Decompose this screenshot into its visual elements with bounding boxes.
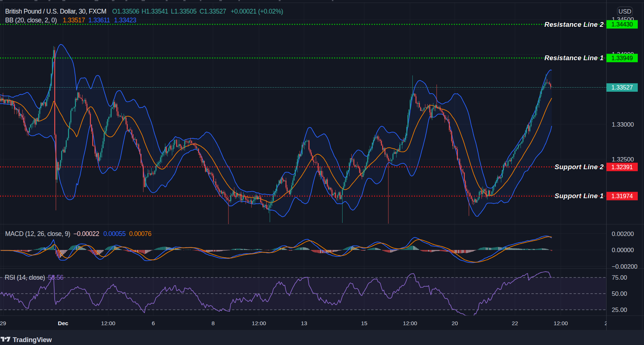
svg-text:12:00: 12:00 xyxy=(252,320,266,326)
svg-text:Resistance Line 2: Resistance Line 2 xyxy=(545,21,604,28)
svg-text:12:00: 12:00 xyxy=(554,320,568,326)
svg-text:22: 22 xyxy=(512,320,518,326)
svg-text:13: 13 xyxy=(301,320,307,326)
svg-text:1.32391: 1.32391 xyxy=(611,164,633,170)
svg-text:Resistance Line 1: Resistance Line 1 xyxy=(545,54,604,62)
svg-text:Support Line 2: Support Line 2 xyxy=(555,163,604,171)
svg-text:1.34430: 1.34430 xyxy=(611,21,633,28)
svg-text:−0.00200: −0.00200 xyxy=(612,263,637,270)
svg-text:25.00: 25.00 xyxy=(612,306,627,313)
svg-text:USD: USD xyxy=(619,8,632,15)
svg-text:1.31974: 1.31974 xyxy=(611,193,633,199)
svg-text:BB (20, close, 2, 0)1.335171.3: BB (20, close, 2, 0)1.335171.336111.3342… xyxy=(5,17,136,24)
svg-text:15: 15 xyxy=(361,320,367,326)
svg-text:50.00: 50.00 xyxy=(612,290,627,297)
svg-text:6: 6 xyxy=(152,320,155,326)
svg-text:Support Line 1: Support Line 1 xyxy=(555,192,604,200)
svg-text:1.33527: 1.33527 xyxy=(611,84,633,91)
svg-text:British Pound / U.S. Dollar, 3: British Pound / U.S. Dollar, 30, FXCMO1.… xyxy=(5,8,283,15)
svg-text:TradingView: TradingView xyxy=(13,336,52,344)
svg-text:29: 29 xyxy=(0,320,6,326)
svg-text:1.33949: 1.33949 xyxy=(611,55,633,61)
svg-text:1.33000: 1.33000 xyxy=(612,121,634,128)
svg-text:75.00: 75.00 xyxy=(612,274,627,281)
svg-text:Dec: Dec xyxy=(58,320,69,326)
svg-text:RSI (14, close)58.56: RSI (14, close)58.56 xyxy=(5,274,63,281)
svg-text:0.00200: 0.00200 xyxy=(612,230,634,237)
svg-text:1.32500: 1.32500 xyxy=(612,156,634,163)
svg-text:20: 20 xyxy=(451,320,458,326)
svg-text:8: 8 xyxy=(212,320,215,326)
svg-text:12:00: 12:00 xyxy=(101,320,116,326)
svg-text:0.00000: 0.00000 xyxy=(612,247,634,254)
svg-text:12:00: 12:00 xyxy=(403,320,417,326)
svg-text:MACD (12, 26, close, 9)−0.0002: MACD (12, 26, close, 9)−0.000220.000550.… xyxy=(5,230,151,237)
